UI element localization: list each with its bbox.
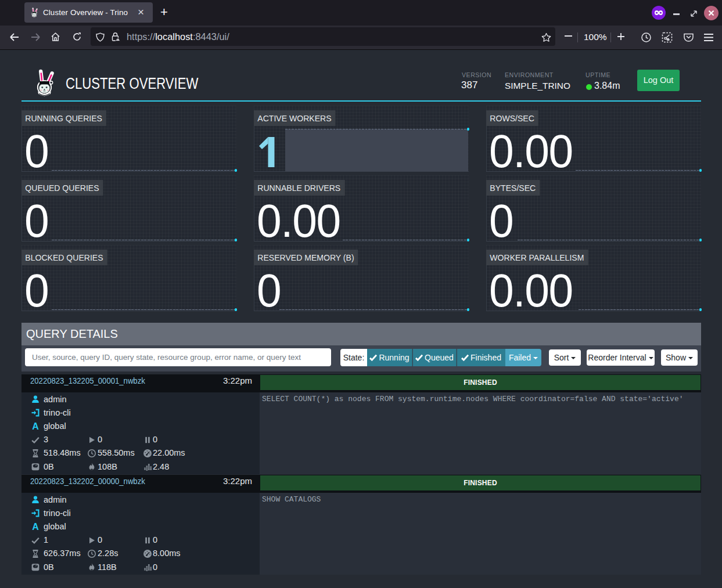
svg-text:A: A bbox=[32, 522, 39, 531]
svg-text:A: A bbox=[32, 421, 39, 431]
